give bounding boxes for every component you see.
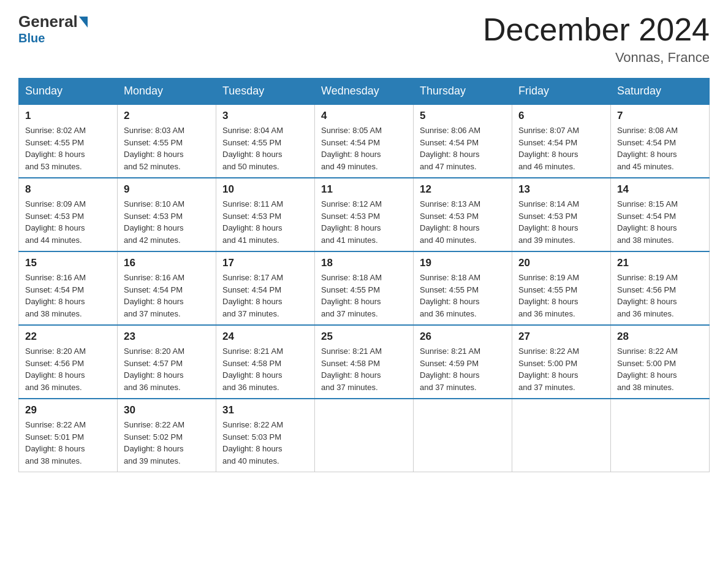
table-row: 3 Sunrise: 8:04 AM Sunset: 4:55 PM Dayli… — [216, 104, 315, 178]
day-number: 16 — [124, 257, 210, 269]
table-row: 9 Sunrise: 8:10 AM Sunset: 4:53 PM Dayli… — [118, 178, 216, 251]
col-friday: Friday — [512, 79, 611, 105]
day-info: Sunrise: 8:19 AM Sunset: 4:56 PM Dayligh… — [617, 272, 703, 320]
day-number: 6 — [518, 110, 604, 122]
table-row: 14 Sunrise: 8:15 AM Sunset: 4:54 PM Dayl… — [611, 178, 710, 251]
table-row: 1 Sunrise: 8:02 AM Sunset: 4:55 PM Dayli… — [19, 104, 118, 178]
day-number: 31 — [222, 404, 308, 416]
day-info: Sunrise: 8:15 AM Sunset: 4:54 PM Dayligh… — [617, 198, 703, 246]
day-info: Sunrise: 8:18 AM Sunset: 4:55 PM Dayligh… — [420, 272, 506, 320]
table-row — [512, 399, 611, 472]
table-row: 24 Sunrise: 8:21 AM Sunset: 4:58 PM Dayl… — [216, 325, 315, 399]
col-saturday: Saturday — [611, 79, 710, 105]
table-row — [611, 399, 710, 472]
table-row: 27 Sunrise: 8:22 AM Sunset: 5:00 PM Dayl… — [512, 325, 611, 399]
day-number: 26 — [420, 331, 506, 343]
col-sunday: Sunday — [19, 79, 118, 105]
day-number: 5 — [420, 110, 506, 122]
table-row: 21 Sunrise: 8:19 AM Sunset: 4:56 PM Dayl… — [611, 251, 710, 325]
month-title: December 2024 — [483, 12, 710, 47]
day-info: Sunrise: 8:20 AM Sunset: 4:56 PM Dayligh… — [25, 345, 111, 393]
page-header: General Blue December 2024 Vonnas, Franc… — [18, 12, 710, 66]
day-number: 3 — [222, 110, 308, 122]
table-row: 7 Sunrise: 8:08 AM Sunset: 4:54 PM Dayli… — [611, 104, 710, 178]
day-number: 30 — [124, 404, 210, 416]
day-number: 14 — [617, 183, 703, 196]
day-number: 7 — [617, 110, 703, 122]
day-info: Sunrise: 8:16 AM Sunset: 4:54 PM Dayligh… — [25, 272, 111, 320]
table-row: 20 Sunrise: 8:19 AM Sunset: 4:55 PM Dayl… — [512, 251, 611, 325]
day-number: 22 — [25, 331, 111, 343]
day-info: Sunrise: 8:13 AM Sunset: 4:53 PM Dayligh… — [420, 198, 506, 246]
table-row: 22 Sunrise: 8:20 AM Sunset: 4:56 PM Dayl… — [19, 325, 118, 399]
day-number: 19 — [420, 257, 506, 269]
day-info: Sunrise: 8:21 AM Sunset: 4:58 PM Dayligh… — [222, 345, 308, 393]
day-info: Sunrise: 8:22 AM Sunset: 5:00 PM Dayligh… — [518, 345, 604, 393]
col-tuesday: Tuesday — [216, 79, 315, 105]
day-number: 28 — [617, 331, 703, 343]
table-row — [315, 399, 414, 472]
day-number: 12 — [420, 183, 506, 196]
logo-arrow-icon — [79, 17, 88, 28]
col-wednesday: Wednesday — [315, 79, 414, 105]
day-info: Sunrise: 8:10 AM Sunset: 4:53 PM Dayligh… — [124, 198, 210, 246]
table-row: 15 Sunrise: 8:16 AM Sunset: 4:54 PM Dayl… — [19, 251, 118, 325]
calendar-week-row: 22 Sunrise: 8:20 AM Sunset: 4:56 PM Dayl… — [19, 325, 710, 399]
calendar-header-row: Sunday Monday Tuesday Wednesday Thursday… — [19, 79, 710, 105]
logo-general-text: General — [18, 12, 78, 31]
day-number: 24 — [222, 331, 308, 343]
day-number: 10 — [222, 183, 308, 196]
day-info: Sunrise: 8:21 AM Sunset: 4:58 PM Dayligh… — [321, 345, 407, 393]
day-info: Sunrise: 8:09 AM Sunset: 4:53 PM Dayligh… — [25, 198, 111, 246]
table-row: 26 Sunrise: 8:21 AM Sunset: 4:59 PM Dayl… — [414, 325, 512, 399]
logo-text: General — [18, 12, 89, 31]
table-row: 16 Sunrise: 8:16 AM Sunset: 4:54 PM Dayl… — [118, 251, 216, 325]
logo: General Blue — [18, 12, 89, 45]
day-info: Sunrise: 8:08 AM Sunset: 4:54 PM Dayligh… — [617, 124, 703, 172]
table-row: 8 Sunrise: 8:09 AM Sunset: 4:53 PM Dayli… — [19, 178, 118, 251]
day-info: Sunrise: 8:21 AM Sunset: 4:59 PM Dayligh… — [420, 345, 506, 393]
table-row: 17 Sunrise: 8:17 AM Sunset: 4:54 PM Dayl… — [216, 251, 315, 325]
day-number: 18 — [321, 257, 407, 269]
table-row: 13 Sunrise: 8:14 AM Sunset: 4:53 PM Dayl… — [512, 178, 611, 251]
day-number: 21 — [617, 257, 703, 269]
day-number: 25 — [321, 331, 407, 343]
day-number: 1 — [25, 110, 111, 122]
day-info: Sunrise: 8:12 AM Sunset: 4:53 PM Dayligh… — [321, 198, 407, 246]
table-row: 12 Sunrise: 8:13 AM Sunset: 4:53 PM Dayl… — [414, 178, 512, 251]
table-row: 25 Sunrise: 8:21 AM Sunset: 4:58 PM Dayl… — [315, 325, 414, 399]
calendar-week-row: 15 Sunrise: 8:16 AM Sunset: 4:54 PM Dayl… — [19, 251, 710, 325]
table-row: 29 Sunrise: 8:22 AM Sunset: 5:01 PM Dayl… — [19, 399, 118, 472]
day-number: 29 — [25, 404, 111, 416]
table-row: 28 Sunrise: 8:22 AM Sunset: 5:00 PM Dayl… — [611, 325, 710, 399]
table-row: 4 Sunrise: 8:05 AM Sunset: 4:54 PM Dayli… — [315, 104, 414, 178]
day-info: Sunrise: 8:22 AM Sunset: 5:02 PM Dayligh… — [124, 419, 210, 467]
table-row: 11 Sunrise: 8:12 AM Sunset: 4:53 PM Dayl… — [315, 178, 414, 251]
table-row: 18 Sunrise: 8:18 AM Sunset: 4:55 PM Dayl… — [315, 251, 414, 325]
day-info: Sunrise: 8:22 AM Sunset: 5:03 PM Dayligh… — [222, 419, 308, 467]
day-info: Sunrise: 8:14 AM Sunset: 4:53 PM Dayligh… — [518, 198, 604, 246]
table-row: 30 Sunrise: 8:22 AM Sunset: 5:02 PM Dayl… — [118, 399, 216, 472]
day-info: Sunrise: 8:07 AM Sunset: 4:54 PM Dayligh… — [518, 124, 604, 172]
day-info: Sunrise: 8:03 AM Sunset: 4:55 PM Dayligh… — [124, 124, 210, 172]
day-number: 27 — [518, 331, 604, 343]
table-row: 23 Sunrise: 8:20 AM Sunset: 4:57 PM Dayl… — [118, 325, 216, 399]
day-number: 15 — [25, 257, 111, 269]
day-info: Sunrise: 8:06 AM Sunset: 4:54 PM Dayligh… — [420, 124, 506, 172]
day-info: Sunrise: 8:18 AM Sunset: 4:55 PM Dayligh… — [321, 272, 407, 320]
day-info: Sunrise: 8:05 AM Sunset: 4:54 PM Dayligh… — [321, 124, 407, 172]
table-row: 5 Sunrise: 8:06 AM Sunset: 4:54 PM Dayli… — [414, 104, 512, 178]
table-row: 6 Sunrise: 8:07 AM Sunset: 4:54 PM Dayli… — [512, 104, 611, 178]
day-info: Sunrise: 8:20 AM Sunset: 4:57 PM Dayligh… — [124, 345, 210, 393]
day-number: 4 — [321, 110, 407, 122]
calendar-week-row: 8 Sunrise: 8:09 AM Sunset: 4:53 PM Dayli… — [19, 178, 710, 251]
day-info: Sunrise: 8:02 AM Sunset: 4:55 PM Dayligh… — [25, 124, 111, 172]
day-info: Sunrise: 8:04 AM Sunset: 4:55 PM Dayligh… — [222, 124, 308, 172]
calendar-table: Sunday Monday Tuesday Wednesday Thursday… — [18, 78, 710, 472]
day-number: 17 — [222, 257, 308, 269]
day-number: 13 — [518, 183, 604, 196]
day-info: Sunrise: 8:16 AM Sunset: 4:54 PM Dayligh… — [124, 272, 210, 320]
title-block: December 2024 Vonnas, France — [483, 12, 710, 66]
day-info: Sunrise: 8:11 AM Sunset: 4:53 PM Dayligh… — [222, 198, 308, 246]
table-row: 31 Sunrise: 8:22 AM Sunset: 5:03 PM Dayl… — [216, 399, 315, 472]
